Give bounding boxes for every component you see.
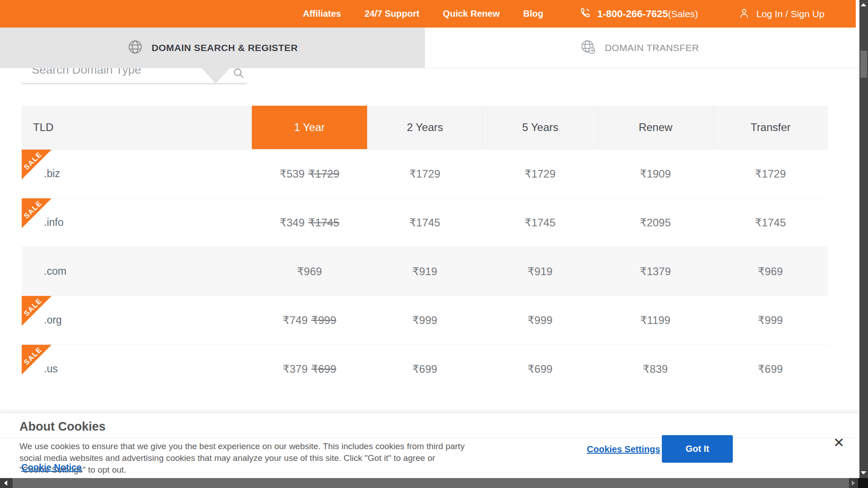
sale-badge: SALE: [22, 345, 52, 375]
horizontal-scrollbar[interactable]: [0, 478, 858, 488]
globe-icon: [127, 39, 143, 57]
vertical-scrollbar-thumb[interactable]: [860, 51, 867, 78]
sale-badge: SALE: [22, 198, 52, 228]
cookie-banner-text: We use cookies to ensure that we give yo…: [19, 441, 467, 476]
price-renew: ₹839: [598, 363, 713, 375]
top-bar: Affiliates 24/7 Support Quick Renew Blog…: [0, 0, 856, 28]
tld-pricing-table: TLD 1 Year 2 Years 5 Years Renew Transfe…: [22, 106, 828, 393]
tab-domain-transfer[interactable]: DOMAIN TRANSFER: [425, 28, 854, 68]
price-transfer: ₹969: [713, 265, 828, 278]
phone-number: 1-800-266-7625(Sales): [597, 8, 698, 20]
price-5-years: ₹919: [482, 265, 598, 278]
price-5-years: ₹1745: [482, 216, 598, 229]
column-header-5-years[interactable]: 5 Years: [482, 106, 598, 149]
sale-price: ₹349: [280, 216, 305, 229]
old-price: ₹699: [311, 363, 336, 375]
price-2-years: ₹919: [367, 265, 482, 278]
user-icon: [738, 7, 750, 21]
phone-sales-suffix: (Sales): [668, 9, 698, 19]
price-renew: ₹1909: [598, 168, 713, 180]
price-2-years: ₹999: [367, 314, 482, 327]
price-renew: ₹1379: [598, 265, 713, 278]
active-tab-pointer: [201, 68, 230, 84]
nav-blog[interactable]: Blog: [523, 9, 543, 19]
login-signup-label: Log In / Sign Up: [756, 9, 825, 19]
sale-price: ₹379: [283, 363, 307, 375]
sale-price: ₹539: [280, 168, 305, 180]
tld-label: .com: [22, 265, 252, 277]
price-2-years: ₹1745: [367, 216, 482, 229]
sale-badge-label: SALE: [20, 343, 46, 369]
old-price: ₹1745: [308, 216, 340, 229]
globe-transfer-icon: [580, 38, 597, 57]
table-row-info: SALE .info ₹349₹1745 ₹1745 ₹1745 ₹2095 ₹…: [22, 198, 828, 247]
login-signup[interactable]: Log In / Sign Up: [738, 0, 825, 28]
tab-register-label: DOMAIN SEARCH & REGISTER: [151, 42, 297, 53]
got-it-button[interactable]: Got It: [662, 435, 733, 463]
phone-icon: [579, 7, 591, 21]
price-2-years: ₹699: [367, 363, 482, 375]
nav-affiliates[interactable]: Affiliates: [303, 9, 341, 19]
column-header-tld: TLD: [22, 106, 252, 149]
sale-badge: SALE: [22, 296, 52, 326]
old-price: ₹999: [311, 314, 336, 326]
sale-badge-label: SALE: [20, 294, 46, 320]
price-5-years: ₹999: [482, 314, 598, 327]
price-renew: ₹2095: [598, 216, 713, 229]
old-price: ₹1729: [308, 168, 340, 180]
sales-phone[interactable]: 1-800-266-7625(Sales): [579, 0, 698, 28]
tld-label: .org: [22, 314, 252, 326]
price-transfer: ₹1729: [713, 168, 828, 180]
table-row-us: SALE .us ₹379₹699 ₹699 ₹699 ₹839 ₹699: [22, 344, 828, 393]
horizontal-scrollbar-thumb[interactable]: [13, 478, 849, 488]
scroll-right-arrow-icon[interactable]: [852, 480, 855, 486]
price-transfer: ₹999: [713, 314, 828, 327]
price-1-year: ₹969: [252, 265, 367, 278]
price-5-years: ₹699: [482, 363, 598, 375]
sale-price: ₹749: [283, 314, 307, 326]
search-icon[interactable]: [232, 67, 245, 81]
price-1-year: ₹349₹1745: [252, 216, 367, 229]
cookies-settings-link[interactable]: Cookies Settings: [587, 444, 660, 455]
page: Affiliates 24/7 Support Quick Renew Blog…: [0, 0, 868, 488]
cookie-banner-title: About Cookies: [19, 420, 106, 434]
price-2-years: ₹1729: [367, 168, 482, 180]
scroll-up-arrow-icon[interactable]: [861, 3, 866, 6]
table-row-biz: SALE .biz ₹539₹1729 ₹1729 ₹1729 ₹1909 ₹1…: [22, 149, 828, 198]
tab-domain-search-register[interactable]: DOMAIN SEARCH & REGISTER: [0, 28, 425, 68]
column-header-renew[interactable]: Renew: [598, 106, 713, 149]
sale-badge: SALE: [22, 150, 52, 179]
pricing-header-row: TLD 1 Year 2 Years 5 Years Renew Transfe…: [22, 106, 828, 149]
column-header-2-years[interactable]: 2 Years: [367, 106, 482, 149]
cookie-notice-link[interactable]: Cookie Notice: [21, 462, 81, 473]
price-1-year: ₹539₹1729: [252, 168, 367, 180]
nav-support[interactable]: 24/7 Support: [364, 9, 419, 19]
scroll-down-arrow-icon[interactable]: [861, 471, 866, 474]
vertical-scrollbar[interactable]: [859, 0, 868, 478]
tab-transfer-label: DOMAIN TRANSFER: [605, 42, 699, 53]
tld-label: .info: [22, 216, 252, 229]
top-nav: Affiliates 24/7 Support Quick Renew Blog: [303, 0, 543, 28]
tld-label: .us: [22, 363, 252, 375]
scroll-left-arrow-icon[interactable]: [4, 480, 7, 486]
table-row-com: .com ₹969 ₹919 ₹919 ₹1379 ₹969: [22, 247, 828, 296]
price-1-year: ₹379₹699: [252, 363, 367, 375]
tld-label: .biz: [22, 168, 252, 180]
price-renew: ₹1199: [598, 314, 713, 327]
domain-tab-bar: DOMAIN SEARCH & REGISTER DOMAIN TRANSFER: [0, 28, 859, 68]
price-transfer: ₹699: [713, 363, 828, 375]
price-transfer: ₹1745: [713, 216, 828, 229]
sale-badge-label: SALE: [20, 148, 46, 174]
cookie-banner: About Cookies We use cookies to ensure t…: [0, 412, 859, 479]
sale-badge-label: SALE: [20, 197, 46, 223]
scrollbar-corner: [858, 478, 868, 488]
table-row-org: SALE .org ₹749₹999 ₹999 ₹999 ₹1199 ₹999: [22, 296, 828, 344]
nav-quick-renew[interactable]: Quick Renew: [443, 9, 500, 19]
column-header-transfer[interactable]: Transfer: [713, 106, 828, 149]
column-header-1-year[interactable]: 1 Year: [252, 106, 367, 149]
price-5-years: ₹1729: [482, 168, 598, 180]
price-1-year: ₹749₹999: [252, 314, 367, 327]
close-icon[interactable]: ✕: [833, 436, 844, 450]
